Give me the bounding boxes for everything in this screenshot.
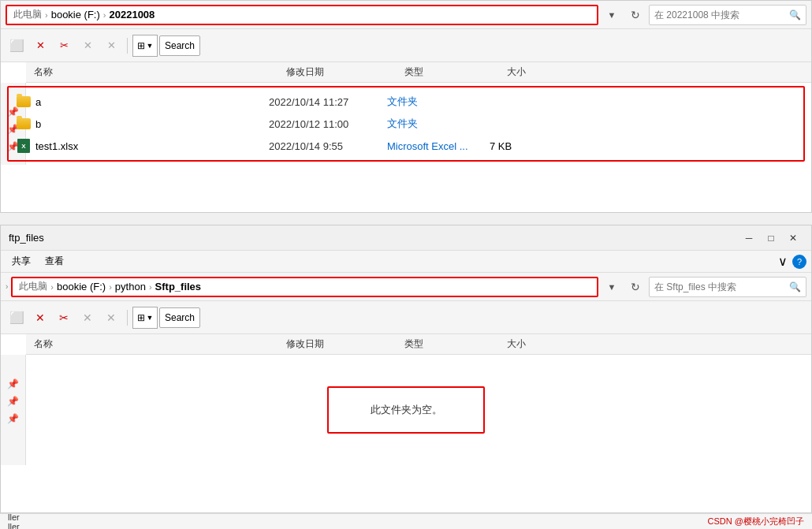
bottom-col-size-header: 大小 — [507, 337, 562, 351]
file-row-b[interactable]: b 2022/10/12 11:00 文件夹 — [9, 113, 803, 135]
col-size-header: 大小 — [507, 65, 562, 79]
status-text-1: ller — [8, 512, 20, 522]
toolbar-btn4[interactable]: ✕ — [100, 35, 122, 57]
bottom-pin-2[interactable]: 📌 — [7, 396, 19, 407]
file-date-a: 2022/10/14 11:27 — [269, 96, 387, 108]
toolbar-delete-btn[interactable]: ✕ — [29, 35, 51, 57]
bottom-toolbar-copy[interactable]: ⬜ — [6, 307, 28, 329]
bottom-toolbar-delete[interactable]: ✕ — [29, 307, 51, 329]
menu-right-area: ∨ ? — [778, 254, 806, 269]
bottom-toolbar-view-btn[interactable]: ⊞ ▼ — [132, 307, 158, 329]
bottom-search-input[interactable] — [654, 281, 786, 292]
bottom-pin-1[interactable]: 📌 — [7, 378, 19, 389]
watermark-text: CSDN @樱桃小完椅凹子 — [708, 516, 804, 527]
bottom-folder1-crumb: python — [115, 281, 146, 292]
window-controls: ─ □ ✕ — [739, 230, 803, 246]
bottom-refresh-btn[interactable]: ↻ — [625, 277, 646, 297]
search-icon: 🔍 — [789, 9, 801, 20]
back-arrow[interactable]: › — [6, 282, 8, 291]
bottom-toolbar-btn4[interactable]: ✕ — [100, 307, 122, 329]
empty-message-text: 此文件夹为空。 — [371, 403, 442, 417]
top-file-list-highlight: a 2022/10/14 11:27 文件夹 b 2022/10/12 11:0… — [7, 86, 805, 162]
bottom-drive-crumb: bookie (F:) — [57, 281, 106, 292]
bottom-sep3: › — [149, 282, 152, 292]
file-date-b: 2022/10/12 11:00 — [269, 118, 387, 130]
maximize-btn[interactable]: □ — [761, 230, 781, 246]
col-type-header: 类型 — [404, 65, 507, 79]
file-type-b: 文件夹 — [387, 117, 490, 131]
folder-crumb: 20221008 — [109, 9, 155, 20]
bottom-toolbar-search[interactable]: Search — [159, 307, 200, 328]
address-refresh-btn[interactable]: ↻ — [625, 5, 646, 25]
top-address-path[interactable]: 此电脑 › bookie (F:) › 20221008 — [6, 5, 598, 25]
minimize-btn[interactable]: ─ — [739, 230, 759, 246]
toolbar-view-btn[interactable]: ⊞ ▼ — [132, 35, 158, 57]
bottom-toolbar-search-label: Search — [165, 312, 195, 323]
bottom-col-name-header: 名称 — [34, 337, 286, 351]
bottom-col-date-header: 修改日期 — [286, 337, 404, 351]
bottom-sep1: › — [50, 282, 54, 292]
bottom-address-bar: › 此电脑 › bookie (F:) › python › Sftp_file… — [1, 273, 811, 301]
file-type-test1: Microsoft Excel ... — [387, 140, 490, 152]
menu-view[interactable]: 查看 — [39, 252, 70, 270]
bottom-side-pins: 📌 📌 📌 — [1, 355, 26, 465]
bottom-folder2-crumb: Sftp_files — [155, 281, 202, 292]
file-date-test1: 2022/10/14 9:55 — [269, 140, 387, 152]
bottom-computer-crumb: 此电脑 — [19, 280, 47, 293]
bottom-pin-3[interactable]: 📌 — [7, 413, 19, 424]
bottom-col-type-header: 类型 — [404, 337, 507, 351]
top-search-box[interactable]: 🔍 — [649, 5, 806, 25]
bottom-sep2: › — [109, 282, 112, 292]
collapse-btn[interactable]: ∨ — [778, 254, 788, 269]
menu-items-group: 共享 查看 — [6, 252, 70, 270]
menu-share[interactable]: 共享 — [6, 252, 37, 270]
excel-icon-test1: X — [17, 140, 31, 152]
bottom-col-headers: 名称 修改日期 类型 大小 — [26, 334, 811, 355]
empty-folder-area: 此文件夹为空。 — [1, 355, 811, 465]
bottom-search-icon: 🔍 — [789, 281, 801, 292]
computer-crumb: 此电脑 — [13, 8, 42, 21]
bottom-menu-bar: 共享 查看 ∨ ? — [1, 251, 811, 273]
bottom-status-bar: ller ller CSDN @樱桃小完椅凹子 — [0, 513, 812, 529]
toolbar-cut-btn[interactable]: ✂ — [53, 35, 75, 57]
folder-icon-a — [17, 95, 31, 108]
file-type-a: 文件夹 — [387, 95, 490, 109]
bottom-toolbar-btn3[interactable]: ✕ — [76, 307, 99, 329]
file-name-b: b — [35, 118, 41, 130]
top-explorer-window: 此电脑 › bookie (F:) › 20221008 ▼ ↻ 🔍 ⬜ ✕ ✂… — [0, 0, 812, 213]
bottom-window-title: ftp_files — [9, 232, 44, 244]
address-dropdown-btn[interactable]: ▼ — [602, 5, 622, 25]
top-file-area: 📌 📌 📌 a 2022/10/14 11:27 文件夹 — [1, 83, 811, 165]
top-address-bar: 此电脑 › bookie (F:) › 20221008 ▼ ↻ 🔍 — [1, 1, 811, 29]
bottom-address-path[interactable]: 此电脑 › bookie (F:) › python › Sftp_files — [11, 277, 598, 297]
status-left: ller ller — [8, 512, 20, 530]
sep1: › — [45, 10, 48, 20]
file-name-a: a — [35, 96, 41, 108]
toolbar-btn3[interactable]: ✕ — [76, 35, 99, 57]
folder-icon-b — [17, 117, 31, 130]
bottom-explorer-window: ftp_files ─ □ ✕ 共享 查看 ∨ ? › 此电脑 › bookie… — [0, 225, 812, 513]
bottom-dropdown-btn[interactable]: ▼ — [602, 277, 622, 297]
col-name-header: 名称 — [34, 65, 286, 79]
file-row-test1[interactable]: X test1.xlsx 2022/10/14 9:55 Microsoft E… — [9, 135, 803, 157]
status-text-2: ller — [8, 522, 20, 530]
top-toolbar-search[interactable]: Search — [159, 35, 200, 56]
help-btn[interactable]: ? — [792, 255, 806, 269]
sep2: › — [103, 10, 106, 20]
col-date-header: 修改日期 — [286, 65, 404, 79]
drive-crumb: bookie (F:) — [51, 9, 100, 20]
empty-folder-message: 此文件夹为空。 — [327, 386, 485, 434]
bottom-toolbar-cut[interactable]: ✂ — [53, 307, 75, 329]
top-col-headers: 名称 修改日期 类型 大小 — [26, 62, 811, 83]
close-btn[interactable]: ✕ — [783, 230, 803, 246]
top-search-input[interactable] — [654, 9, 786, 20]
top-toolbar: ⬜ ✕ ✂ ✕ ✕ ⊞ ▼ Search — [1, 29, 811, 62]
bottom-title-bar: ftp_files ─ □ ✕ — [1, 225, 811, 251]
toolbar-copy-btn[interactable]: ⬜ — [6, 35, 28, 57]
file-name-test1: test1.xlsx — [35, 140, 78, 152]
bottom-search-box[interactable]: 🔍 — [649, 277, 806, 297]
bottom-file-area: 📌 📌 📌 此文件夹为空。 — [1, 355, 811, 465]
bottom-toolbar: ⬜ ✕ ✂ ✕ ✕ ⊞ ▼ Search — [1, 301, 811, 334]
file-row-a[interactable]: a 2022/10/14 11:27 文件夹 — [9, 91, 803, 113]
toolbar-search-label: Search — [165, 40, 195, 51]
